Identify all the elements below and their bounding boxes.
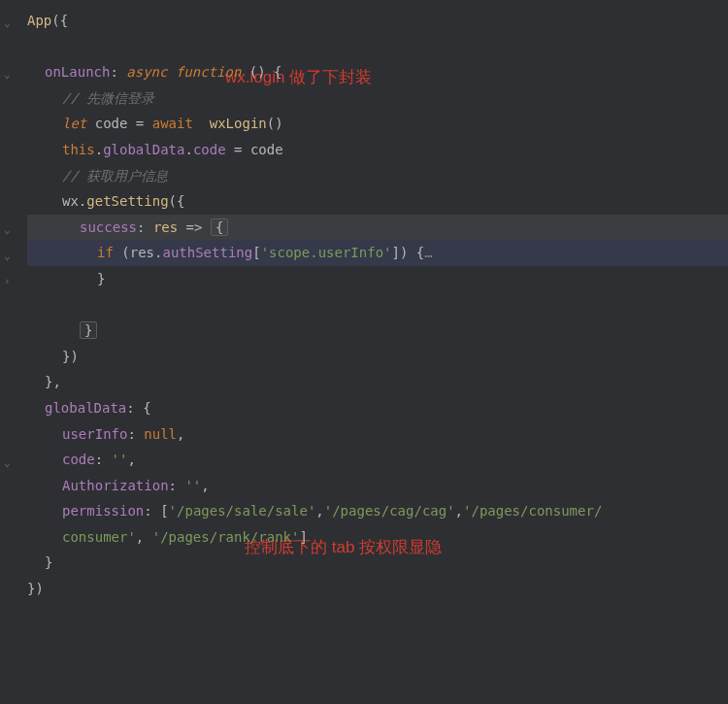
fold-marker[interactable]: ⌄ bbox=[4, 453, 11, 474]
fold-marker[interactable]: ⌄ bbox=[4, 14, 11, 34]
code-line[interactable]: Authorization: '', bbox=[27, 473, 728, 499]
code-line[interactable]: let code = await wxLogin() bbox=[27, 111, 728, 137]
code-line[interactable] bbox=[27, 34, 728, 60]
code-line[interactable]: App({ bbox=[27, 8, 728, 34]
code-line[interactable]: }) bbox=[27, 576, 728, 602]
code-line[interactable]: }, bbox=[27, 369, 728, 395]
code-line[interactable]: permission: ['/pages/sale/sale','/pages/… bbox=[27, 498, 728, 524]
code-line[interactable]: wx.getSetting({ bbox=[27, 188, 728, 215]
fold-ellipsis[interactable]: … bbox=[424, 245, 432, 260]
code-line[interactable]: }) bbox=[27, 344, 728, 370]
code-line[interactable]: this.globalData.code = code bbox=[27, 137, 728, 163]
code-line[interactable]: // 先微信登录 bbox=[27, 85, 728, 112]
brace-match: { bbox=[211, 218, 228, 236]
code-line[interactable]: globalData: { bbox=[27, 395, 728, 421]
code-line[interactable]: onLaunch: async function () { bbox=[27, 59, 728, 85]
code-line[interactable]: } bbox=[27, 266, 728, 292]
code-line-highlighted[interactable]: success: res => { bbox=[27, 215, 728, 241]
code-line[interactable]: consumer', '/pages/rank/rank'] bbox=[27, 524, 728, 551]
fold-marker[interactable]: › bbox=[4, 272, 11, 292]
fold-marker[interactable]: ⌄ bbox=[4, 247, 11, 267]
brace-match: } bbox=[80, 321, 97, 339]
code-line[interactable] bbox=[27, 292, 728, 318]
code-line[interactable]: // 获取用户信息 bbox=[27, 163, 728, 189]
code-line[interactable]: userInfo: null, bbox=[27, 421, 728, 448]
fold-marker[interactable]: ⌄ bbox=[4, 220, 11, 241]
code-line[interactable]: } bbox=[27, 550, 728, 576]
code-line-selected[interactable]: if (res.authSetting['scope.userInfo']) {… bbox=[27, 240, 728, 266]
code-editor[interactable]: wx.login 做了下封装 控制底下的 tab 按权限显隐 ⌄ ⌄ ⌄ ⌄ ›… bbox=[0, 0, 728, 610]
fold-marker[interactable]: ⌄ bbox=[4, 65, 11, 85]
code-line[interactable]: } bbox=[27, 318, 728, 344]
code-line[interactable]: code: '', bbox=[27, 447, 728, 473]
